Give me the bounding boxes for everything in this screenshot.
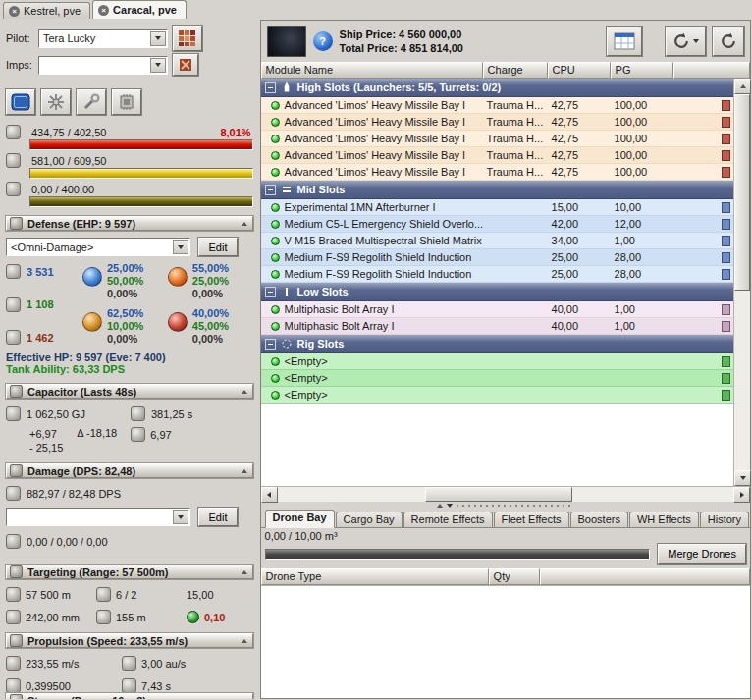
capacitor-header[interactable]: Capacitor (Lasts 48s) (6, 384, 253, 399)
module-row[interactable]: Advanced 'Limos' Heavy Missile Bay I Tra… (261, 114, 733, 131)
chevron-down-icon[interactable] (173, 240, 188, 254)
tab-wh-effects[interactable]: WH Effects (629, 512, 699, 527)
module-state-led[interactable] (271, 118, 280, 127)
imps-select[interactable] (38, 56, 168, 75)
columns-button[interactable] (607, 27, 642, 56)
damage-profile-select[interactable]: <Omni-Damage> (6, 238, 190, 256)
module-row[interactable]: Advanced 'Limos' Heavy Missile Bay I Tra… (261, 164, 733, 181)
targeting-header[interactable]: Targeting (Range: 57 500m) (6, 565, 253, 579)
module-state-led[interactable] (271, 220, 280, 229)
collapse-box-icon[interactable] (265, 82, 276, 93)
fitting-window-button[interactable] (6, 89, 35, 115)
column-cpu[interactable]: CPU (548, 62, 611, 79)
tab-boosters[interactable]: Boosters (570, 512, 628, 527)
pilot-select[interactable]: Tera Lucky (38, 29, 168, 48)
module-row[interactable]: Advanced 'Limos' Heavy Missile Bay I Tra… (261, 97, 733, 114)
splitter-handle[interactable] (457, 505, 574, 507)
column-qty[interactable]: Qty (489, 568, 540, 585)
module-row[interactable]: Multiphasic Bolt Array I 40,00 1,00 (261, 318, 733, 335)
column-charge[interactable]: Charge (483, 62, 548, 79)
collapse-icon[interactable] (242, 222, 247, 226)
help-icon[interactable]: ? (313, 31, 333, 51)
tools-button[interactable] (77, 89, 106, 115)
module-row[interactable]: Medium F-S9 Regolith Shield Induction 25… (261, 249, 733, 266)
module-row[interactable]: <Empty> (261, 387, 733, 404)
module-row[interactable]: Advanced 'Limos' Heavy Missile Bay I Tra… (261, 131, 733, 147)
collapse-icon[interactable] (242, 390, 247, 394)
splitter-down-icon[interactable] (447, 504, 453, 508)
scrollbar-thumb[interactable] (425, 487, 572, 502)
module-row[interactable]: Multiphasic Bolt Array I 40,00 1,00 (261, 301, 733, 318)
module-state-led[interactable] (271, 168, 280, 177)
defense-header[interactable]: Defense (EHP: 9 597) (6, 216, 253, 231)
group-rig-slots[interactable]: Rig Slots (261, 335, 733, 353)
refresh-all-button[interactable] (713, 27, 744, 56)
column-module-name[interactable]: Module Name (261, 62, 483, 79)
scroll-right-icon[interactable] (733, 487, 750, 503)
tab-remote-effects[interactable]: Remote Effects (403, 512, 493, 527)
module-state-led[interactable] (271, 151, 280, 160)
module-state-led[interactable] (271, 237, 280, 245)
module-state-led[interactable] (271, 135, 280, 143)
target-profile-select[interactable] (6, 508, 190, 526)
scrollbar-thumb[interactable] (734, 94, 750, 291)
module-row[interactable]: Experimental 1MN Afterburner I 15,00 10,… (261, 199, 733, 216)
module-row[interactable]: Medium C5-L Emergency Shield Overlo... 4… (261, 216, 733, 233)
collapse-box-icon[interactable] (265, 339, 276, 350)
module-state-led[interactable] (271, 305, 280, 314)
tab-history[interactable]: History (700, 512, 749, 527)
module-state-led[interactable] (271, 101, 280, 110)
group-mid-slots[interactable]: Mid Slots (261, 181, 733, 199)
edit-profile-button[interactable]: Edit (198, 238, 238, 256)
module-row[interactable]: Advanced 'Limos' Heavy Missile Bay I Tra… (261, 147, 733, 164)
chevron-down-icon[interactable] (173, 510, 188, 524)
collapse-box-icon[interactable] (265, 185, 276, 195)
effects-button[interactable] (41, 89, 71, 115)
scroll-down-icon[interactable] (734, 470, 751, 486)
collapse-icon[interactable] (242, 699, 247, 700)
module-state-led[interactable] (271, 391, 280, 400)
module-state-led[interactable] (271, 203, 280, 212)
merge-drones-button[interactable]: Merge Drones (658, 544, 746, 564)
module-row[interactable]: V-M15 Braced Multispectral Shield Matrix… (261, 233, 733, 249)
tab-drone-bay[interactable]: Drone Bay (265, 510, 335, 528)
group-low-slots[interactable]: Low Slots (261, 283, 733, 301)
scroll-left-icon[interactable] (261, 487, 278, 503)
tab-fleet-effects[interactable]: Fleet Effects (494, 512, 569, 527)
storage-header[interactable]: Storage (Drone: 10 m3) (6, 693, 253, 699)
horizontal-scrollbar[interactable] (261, 486, 750, 502)
chevron-down-icon[interactable] (150, 31, 166, 46)
column-pg[interactable]: PG (611, 62, 673, 79)
propulsion-header[interactable]: Propulsion (Speed: 233,55 m/s) (6, 633, 253, 648)
collapse-box-icon[interactable] (265, 287, 276, 297)
scroll-up-icon[interactable] (734, 79, 751, 94)
group-high-slots[interactable]: High Slots (Launchers: 5/5, Turrets: 0/2… (261, 79, 733, 97)
module-row[interactable]: <Empty> (261, 370, 733, 387)
edit-target-button[interactable]: Edit (198, 508, 238, 526)
splitter-up-icon[interactable] (437, 504, 443, 508)
drone-table-body[interactable] (261, 585, 750, 698)
column-drone-type[interactable]: Drone Type (261, 568, 489, 585)
vertical-scrollbar[interactable] (733, 79, 750, 486)
module-state-led[interactable] (271, 253, 280, 262)
module-row[interactable]: <Empty> (261, 353, 733, 370)
chevron-down-icon[interactable] (150, 58, 166, 73)
booster-button[interactable] (173, 54, 198, 76)
panel-splitter[interactable] (261, 502, 750, 510)
module-state-led[interactable] (271, 374, 280, 383)
collapse-icon[interactable] (242, 570, 247, 574)
module-state-led[interactable] (271, 322, 280, 331)
damage-header[interactable]: Damage (DPS: 82,48) (6, 463, 253, 478)
module-row[interactable]: Medium F-S9 Regolith Shield Induction 25… (261, 266, 733, 283)
collapse-icon[interactable] (242, 469, 247, 473)
hardware-button[interactable] (112, 89, 141, 115)
implants-button[interactable] (173, 26, 202, 51)
collapse-icon[interactable] (242, 639, 247, 643)
close-icon[interactable]: × (9, 6, 20, 17)
tab-caracal[interactable]: × Caracal, pve (92, 0, 187, 19)
module-state-led[interactable] (271, 357, 280, 366)
tab-cargo-bay[interactable]: Cargo Bay (336, 512, 403, 527)
tab-kestrel[interactable]: × Kestrel, pve (3, 2, 90, 19)
module-state-led[interactable] (271, 270, 280, 279)
close-icon[interactable]: × (98, 5, 109, 16)
